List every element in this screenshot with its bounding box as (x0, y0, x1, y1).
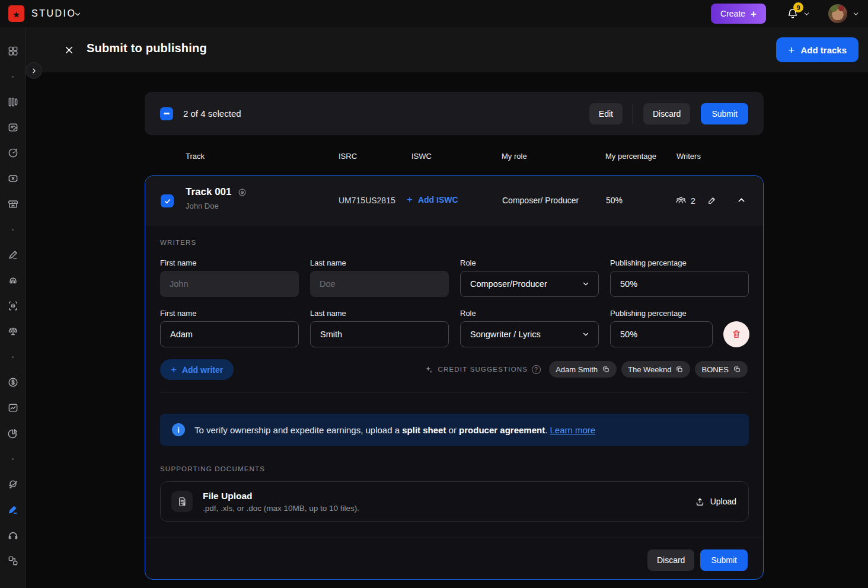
chevron-down-icon (582, 280, 590, 288)
add-writer-button[interactable]: +Add writer (160, 359, 234, 380)
role-select[interactable]: Composer/Producer (460, 271, 599, 297)
track-writers-cell: 2 (675, 194, 717, 207)
sidebar-separator-dot (6, 69, 20, 84)
help-icon[interactable]: ? (532, 365, 541, 374)
first-name-label: First name (160, 258, 196, 267)
credit-suggestions: CREDIT SUGGESTIONS ? Adam Smith The Week… (425, 361, 748, 378)
track-row: Track 001 John Doe UM715US2815 +Add ISWC… (145, 176, 763, 226)
info-icon: i (172, 423, 185, 436)
track-title-block: Track 001 John Doe (186, 186, 247, 210)
discard-button[interactable]: Discard (643, 103, 690, 124)
file-upload-subtitle: .pdf, .xls, or .doc (max 10MB, up to 10 … (203, 504, 359, 513)
brand-name: STUDIO (31, 0, 76, 27)
sidebar-separator-dot (6, 222, 20, 237)
track-card-footer: Discard Submit (647, 549, 748, 571)
close-icon[interactable] (62, 43, 75, 56)
upload-button[interactable]: Upload (695, 497, 736, 507)
edit-button[interactable]: Edit (589, 103, 623, 124)
track-title: Track 001 (186, 186, 232, 198)
notifications-chevron-down-icon (803, 10, 810, 18)
publishing-percentage-input[interactable] (610, 321, 713, 347)
ticket-icon[interactable] (6, 171, 20, 186)
brand-chevron-down-icon[interactable] (74, 10, 82, 18)
create-button[interactable]: Create+ (711, 4, 766, 24)
file-upload-text: File Upload .pdf, .xls, or .doc (max 10M… (203, 491, 359, 513)
fingerprint-icon[interactable] (6, 273, 20, 287)
learn-more-link[interactable]: Learn more (550, 425, 596, 435)
add-tracks-button[interactable]: +Add tracks (776, 37, 859, 62)
last-name-label: Last name (310, 309, 346, 318)
last-name-input[interactable] (310, 271, 449, 297)
disc-icon (237, 187, 247, 197)
column-header-my-percentage: My percentage (605, 152, 656, 161)
role-label: Role (460, 258, 476, 267)
sidebar-separator-dot (6, 452, 20, 466)
store-icon[interactable] (6, 197, 20, 211)
credit-suggestions-label-group: CREDIT SUGGESTIONS ? (425, 365, 541, 374)
waveform-brackets-icon[interactable] (6, 299, 20, 313)
writers-count: 2 (691, 196, 695, 206)
file-icon-box (171, 491, 193, 512)
dashboard-grid-icon[interactable] (6, 44, 20, 58)
first-name-label: First name (160, 309, 196, 318)
copy-icon (733, 365, 741, 373)
library-columns-icon[interactable] (6, 95, 20, 109)
account-chevron-down-icon (852, 10, 860, 18)
upload-icon (695, 497, 705, 507)
notification-badge: 9 (793, 2, 803, 12)
info-banner-text: To verify ownership and expedite earning… (194, 425, 595, 435)
selection-bar: 2 of 4 selected Edit Discard Submit (145, 92, 764, 135)
insights-chart-icon[interactable] (6, 401, 20, 415)
notifications[interactable]: 9 (786, 7, 810, 20)
track-card: Track 001 John Doe UM715US2815 +Add ISWC… (145, 175, 764, 580)
submit-button[interactable]: Submit (701, 103, 748, 124)
integrations-shapes-icon[interactable] (6, 554, 20, 568)
last-name-input[interactable] (310, 321, 449, 347)
suggestion-chip[interactable]: BONES (695, 361, 748, 378)
notes-edit-icon[interactable] (6, 120, 20, 135)
first-name-input[interactable] (160, 321, 299, 347)
publishing-percentage-label: Publishing percentage (610, 258, 687, 267)
delete-writer-button[interactable] (723, 321, 749, 347)
column-header-my-role: My role (502, 152, 527, 161)
sidebar-separator-dot (6, 350, 20, 364)
publishing-percentage-input[interactable] (610, 271, 749, 297)
first-name-input[interactable] (160, 271, 299, 297)
discard-button[interactable]: Discard (647, 549, 694, 571)
sidebar (0, 27, 26, 588)
top-bar: ★ STUDIO Create+ 9 (0, 0, 868, 27)
app-window: ★ STUDIO Create+ 9 (0, 0, 868, 588)
account-menu[interactable] (828, 4, 860, 23)
pen-icon[interactable] (6, 248, 20, 262)
publishing-pen-icon[interactable] (6, 503, 20, 517)
writers-section-label: WRITERS (160, 239, 196, 246)
plus-icon: + (407, 194, 413, 206)
indeterminate-minus-icon (164, 113, 170, 114)
info-banner: i To verify ownership and expedite earni… (160, 414, 749, 446)
pie-chart-icon[interactable] (6, 426, 20, 440)
headphones-icon[interactable] (6, 528, 20, 542)
sidebar-expand-button[interactable] (25, 62, 42, 79)
plus-icon: + (788, 44, 794, 56)
role-select[interactable]: Songwriter / Lyrics (460, 321, 599, 347)
trash-icon (731, 329, 742, 340)
suggestion-chip[interactable]: The Weeknd (621, 361, 690, 378)
submit-button[interactable]: Submit (700, 549, 748, 571)
table-header-row: Track ISRC ISWC My role My percentage Wr… (145, 152, 764, 164)
gauge-icon[interactable] (6, 146, 20, 160)
earnings-dollar-icon[interactable] (6, 375, 20, 389)
track-role: Composer/ Producer (502, 196, 579, 205)
chevron-right-icon (30, 67, 38, 75)
suggestion-chip[interactable]: Adam Smith (549, 361, 617, 378)
scales-icon[interactable] (6, 324, 20, 338)
planet-icon[interactable] (6, 477, 20, 491)
track-checkbox[interactable] (161, 194, 174, 207)
bandlab-logo[interactable]: ★ (8, 5, 24, 22)
add-iswc-link[interactable]: +Add ISWC (407, 194, 458, 206)
edit-writers-pencil-icon[interactable] (706, 195, 717, 206)
supporting-documents-label: SUPPORTING DOCUMENTS (160, 465, 265, 472)
select-all-checkbox[interactable] (160, 107, 173, 120)
document-paperclip-icon (177, 496, 188, 507)
collapse-chevron-up-icon[interactable] (736, 195, 746, 205)
role-label: Role (460, 309, 476, 318)
